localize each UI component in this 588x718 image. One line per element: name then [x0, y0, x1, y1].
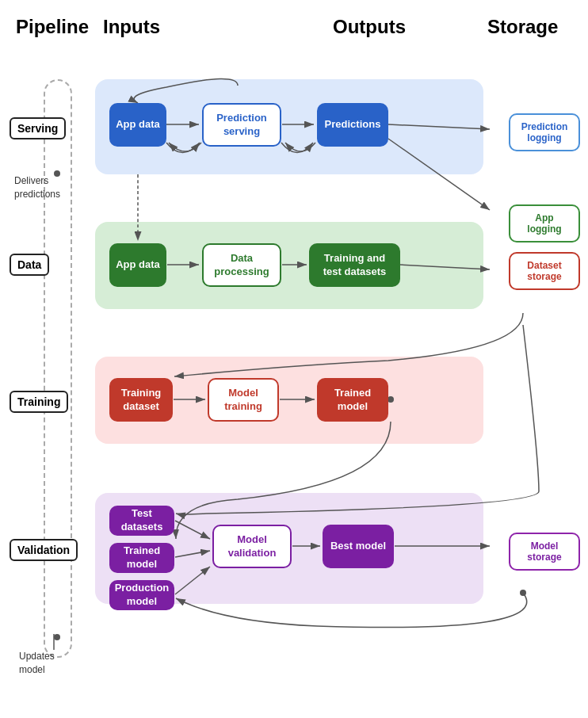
col-header-inputs: Inputs	[103, 16, 160, 38]
storage-dataset-storage: Dataset storage	[509, 252, 580, 290]
pipeline-label-validation: Validation	[10, 539, 78, 561]
pipeline-label-data: Data	[10, 254, 49, 276]
node-serving-app-data: App data	[109, 103, 166, 147]
storage-prediction-logging: Prediction logging	[509, 113, 580, 151]
storage-model-storage: Model storage	[509, 533, 580, 571]
col-header-storage: Storage	[487, 16, 558, 38]
pipeline-line	[44, 79, 72, 658]
node-data-processing: Data processing	[202, 243, 281, 287]
pipeline-dot-validation	[54, 634, 60, 640]
pipeline-dot-serving	[54, 170, 60, 177]
node-model-validation: Model validation	[212, 525, 292, 568]
col-header-outputs: Outputs	[333, 16, 406, 38]
node-data-app-data: App data	[109, 243, 166, 287]
diagram-container: Pipeline Inputs Outputs Storage Delivers…	[0, 0, 588, 718]
pipeline-label-training: Training	[10, 391, 68, 413]
node-training-test-datasets: Training and test datasets	[309, 243, 400, 287]
storage-app-logging: App logging	[509, 204, 580, 243]
pipeline-label-serving: Serving	[10, 117, 66, 139]
node-predictions: Predictions	[317, 103, 388, 147]
node-test-datasets: Test datasets	[109, 506, 174, 536]
updates-model-label: Updates model	[19, 650, 74, 677]
node-production-model: Production model	[109, 580, 174, 610]
delivers-predictions-label: Delivers predictions	[14, 174, 70, 201]
node-prediction-serving: Prediction serving	[202, 103, 281, 147]
node-best-model: Best model	[323, 525, 394, 568]
col-header-pipeline: Pipeline	[16, 16, 89, 38]
node-model-training: Model training	[208, 378, 279, 422]
node-val-trained-model: Trained model	[109, 543, 174, 573]
node-trained-model: Trained model	[317, 378, 388, 422]
node-training-dataset: Training dataset	[109, 378, 173, 422]
svg-point-17	[520, 590, 526, 596]
